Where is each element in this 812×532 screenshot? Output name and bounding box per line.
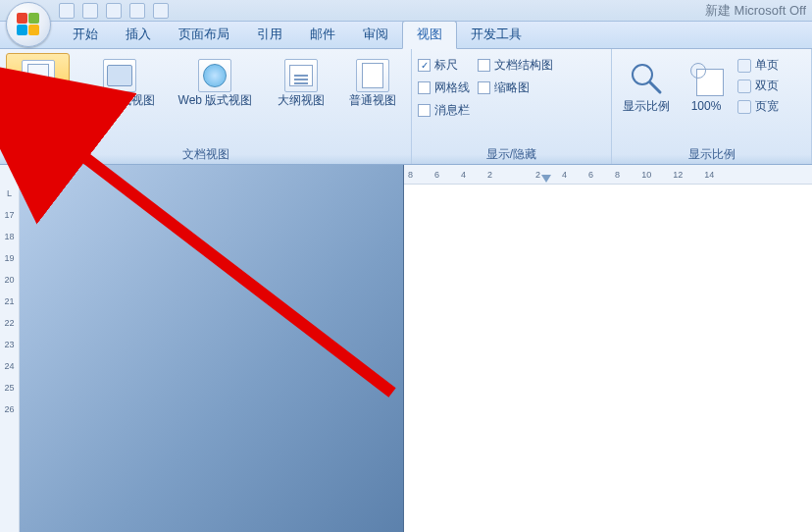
one-page-button[interactable]: 单页 (737, 57, 779, 74)
page-view-icon (22, 60, 55, 93)
ruler-mark: 4 (461, 170, 466, 180)
ruler-mark: 21 (4, 291, 14, 312)
gridlines-checkbox[interactable]: 网格线 (418, 80, 470, 96)
ruler-mark: 6 (588, 170, 593, 180)
ribbon: 页面视图 阅读版式视图 Web 版式视图 大纲视图 普通视图 文档视图 (0, 49, 812, 165)
reading-view-label: 阅读版式视图 (84, 94, 155, 108)
vertical-ruler[interactable]: L 17 18 19 20 21 22 23 24 25 26 (0, 165, 20, 532)
window-title: 新建 Microsoft Off (705, 2, 806, 20)
gridlines-checkbox-label: 网格线 (434, 80, 470, 96)
qat-undo-icon[interactable] (82, 3, 98, 19)
zoom-button[interactable]: 显示比例 (618, 53, 675, 116)
page-width-label: 页宽 (755, 98, 779, 115)
ruler-mark: 8 (408, 170, 413, 180)
ruler-checkbox[interactable]: ✓ 标尺 (418, 57, 470, 74)
web-view-label: Web 版式视图 (178, 94, 253, 108)
ruler-mark: 2 (535, 170, 540, 180)
reading-view-button[interactable]: 阅读版式视图 (77, 53, 161, 110)
ruler-mark: 14 (704, 170, 714, 180)
ruler-mark: 19 (4, 247, 14, 269)
workspace: L 17 18 19 20 21 22 23 24 25 26 8 6 4 2 … (0, 165, 812, 532)
ruler-mark: 10 (641, 170, 651, 180)
outline-view-button[interactable]: 大纲视图 (269, 53, 332, 110)
thumbnails-checkbox-label: 缩略图 (494, 80, 530, 96)
tab-pagelayout[interactable]: 页面布局 (165, 22, 243, 48)
outline-view-icon (284, 59, 318, 92)
ruler-mark: 24 (4, 355, 14, 377)
group-document-views-label: 文档视图 (6, 146, 405, 164)
ruler-mark: 18 (4, 226, 14, 247)
group-document-views: 页面视图 阅读版式视图 Web 版式视图 大纲视图 普通视图 文档视图 (0, 49, 412, 164)
tab-mail[interactable]: 邮件 (296, 22, 349, 48)
normal-view-icon (356, 59, 389, 92)
ruler-mark: 12 (673, 170, 683, 180)
ruler-mark: 6 (434, 170, 439, 180)
checkbox-icon: ✓ (418, 59, 431, 72)
qat-redo-icon[interactable] (106, 3, 122, 19)
tab-view[interactable]: 视图 (402, 21, 457, 49)
title-bar: 新建 Microsoft Off (0, 0, 812, 22)
ruler-mark: 23 (4, 334, 14, 355)
hundred-icon (686, 59, 726, 98)
ruler-mark: 25 (4, 377, 14, 399)
checkbox-icon (418, 104, 431, 117)
normal-view-button[interactable]: 普通视图 (341, 53, 405, 110)
tab-start[interactable]: 开始 (59, 22, 112, 48)
ruler-mark: L (7, 183, 12, 204)
two-pages-label: 双页 (755, 78, 779, 94)
web-view-button[interactable]: Web 版式视图 (170, 53, 261, 110)
page-width-button[interactable]: 页宽 (737, 98, 779, 115)
zoom-label: 显示比例 (623, 100, 670, 114)
hundred-label: 100% (691, 100, 722, 114)
ruler-mark: 20 (4, 269, 14, 291)
outline-view-label: 大纲视图 (278, 94, 325, 108)
office-button[interactable] (6, 2, 51, 47)
group-zoom: 显示比例 100% 单页 双页 页宽 显示比 (612, 49, 812, 164)
ruler-mark: 26 (4, 399, 14, 420)
ruler-mark: 2 (487, 170, 492, 180)
document-page[interactable]: 8 6 4 2 2 4 6 8 10 12 14 (404, 165, 812, 532)
horizontal-ruler[interactable]: 8 6 4 2 2 4 6 8 10 12 14 (404, 165, 812, 185)
previous-page-area (20, 165, 404, 532)
tab-references[interactable]: 引用 (243, 22, 296, 48)
normal-view-label: 普通视图 (349, 94, 396, 108)
page-width-icon (737, 100, 751, 114)
group-zoom-label: 显示比例 (618, 146, 805, 164)
ruler-mark: 22 (4, 312, 14, 334)
two-pages-button[interactable]: 双页 (737, 78, 779, 94)
checkbox-icon (478, 59, 490, 72)
ribbon-tabs: 开始 插入 页面布局 引用 邮件 审阅 视图 开发工具 (0, 22, 812, 49)
group-show-hide: ✓ 标尺 网格线 消息栏 文档结构图 缩 (412, 49, 612, 164)
qat-print-icon[interactable] (129, 3, 145, 19)
docmap-checkbox[interactable]: 文档结构图 (478, 57, 553, 74)
tab-insert[interactable]: 插入 (112, 22, 165, 48)
page-view-button[interactable]: 页面视图 (6, 53, 70, 112)
tab-dev[interactable]: 开发工具 (457, 22, 535, 48)
qat-save-icon[interactable] (59, 3, 75, 19)
messagebar-checkbox-label: 消息栏 (434, 102, 470, 119)
tab-review[interactable]: 审阅 (349, 22, 402, 48)
ruler-checkbox-label: 标尺 (434, 57, 458, 74)
two-pages-icon (737, 80, 751, 93)
zoom-icon (627, 59, 666, 98)
web-view-icon (198, 59, 231, 92)
messagebar-checkbox[interactable]: 消息栏 (418, 102, 470, 119)
hundred-button[interactable]: 100% (683, 53, 730, 116)
docmap-checkbox-label: 文档结构图 (494, 57, 553, 74)
quick-access-toolbar (59, 3, 169, 19)
page-view-label: 页面视图 (15, 95, 62, 109)
thumbnails-checkbox[interactable]: 缩略图 (478, 80, 553, 96)
qat-more-icon[interactable] (153, 3, 169, 19)
one-page-label: 单页 (755, 57, 779, 74)
reading-view-icon (103, 59, 136, 92)
indent-marker-icon[interactable] (541, 175, 551, 183)
office-logo-icon (17, 13, 40, 36)
one-page-icon (737, 59, 751, 73)
ruler-mark: 4 (562, 170, 567, 180)
ruler-mark: 17 (4, 204, 14, 226)
checkbox-icon (478, 81, 490, 94)
ruler-mark: 8 (615, 170, 620, 180)
svg-line-1 (650, 82, 660, 92)
checkbox-icon (418, 81, 431, 94)
group-show-hide-label: 显示/隐藏 (418, 146, 605, 164)
